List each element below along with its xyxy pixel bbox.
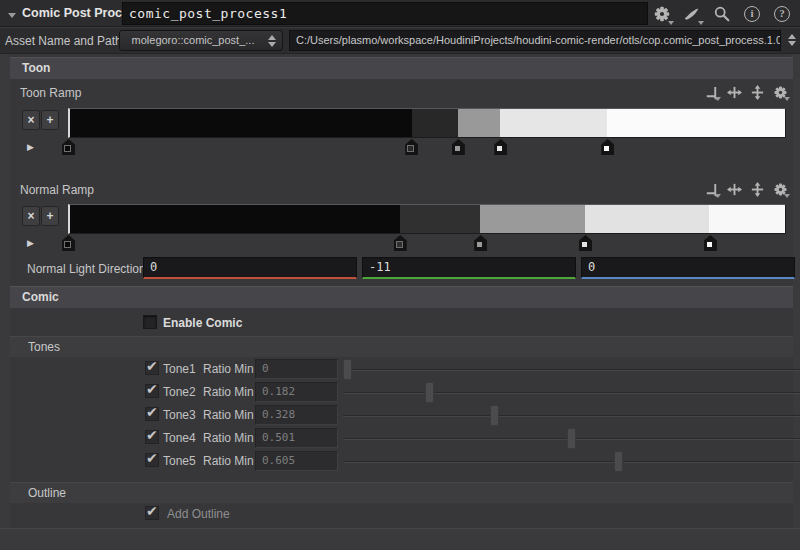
asset-name-dropdown[interactable]: molegoro::comic_post_... [119,30,283,51]
ramp-stop-color [396,241,403,248]
slider-handle[interactable] [614,451,623,472]
ramp-scale-icon[interactable] [749,84,765,100]
asset-path-field[interactable]: C:/Users/plasmo/workspace/HoudiniProject… [289,30,781,51]
tone5-ratio-min-slider[interactable] [343,450,800,473]
ramp-stop-marker[interactable] [452,139,465,155]
gear-icon[interactable] [652,4,672,24]
ramp-stop-marker[interactable] [394,235,407,251]
dropdown-spinner-icon[interactable] [268,34,277,48]
brush-icon[interactable] [682,4,702,24]
pane-collapse-arrow-icon[interactable] [8,13,16,18]
section-header-comic[interactable]: Comic [10,286,793,308]
tone-row: ✔Tone3Ratio Min0.328 [10,404,793,427]
ramp-stop-color [496,145,503,152]
ramp-stop-marker[interactable] [474,235,487,251]
asset-name-path-label: Asset Name and Path [5,34,122,48]
tone5-enable-checkbox[interactable]: ✔ [145,453,159,467]
ramp-move-icon[interactable] [726,181,742,197]
normal-ramp-label: Normal Ramp [20,183,94,197]
slider-handle[interactable] [490,405,499,426]
magnifier-icon[interactable] [712,4,732,24]
tone-name-label: Tone5 [163,454,196,468]
brush-menu-caret-icon [698,21,704,25]
ramp-move-icon[interactable] [726,84,742,100]
menu-caret-icon [784,97,790,101]
toon-ramp-toolbar [703,84,788,100]
section-header-toon[interactable]: Toon [10,57,793,79]
node-name-input[interactable] [122,2,648,25]
normal-light-direction-x-field[interactable]: 0 [143,257,357,279]
normal-ramp-clear-button[interactable]: × [22,206,40,226]
path-spinner-icon[interactable] [788,33,797,47]
slider-handle[interactable] [425,382,434,403]
tone2-ratio-min-slider[interactable] [343,381,800,404]
ramp-stop-marker[interactable] [405,139,418,155]
tone3-ratio-min-slider[interactable] [343,404,800,427]
slider-track [343,392,800,394]
slider-track [343,415,800,417]
toon-ramp-clear-button[interactable]: × [22,110,40,130]
ramp-scale-icon[interactable] [749,181,765,197]
ratio-min-label: Ratio Min [203,431,254,445]
ratio-min-label: Ratio Min [203,385,254,399]
subsection-header-outline[interactable]: Outline [10,482,793,503]
enable-comic-checkbox[interactable] [143,315,157,329]
help-icon[interactable]: ? [772,4,792,24]
tone5-ratio-min-field[interactable]: 0.605 [255,451,338,471]
tone2-ratio-min-field[interactable]: 0.182 [255,382,338,402]
toon-ramp-add-button[interactable]: + [41,110,59,130]
ratio-min-label: Ratio Min [203,408,254,422]
menu-caret-icon [715,194,721,198]
tone-name-label: Tone2 [163,385,196,399]
normal-ramp-gradient[interactable] [68,204,786,234]
ramp-revert-icon[interactable] [703,181,719,197]
tone-name-label: Tone4 [163,431,196,445]
tone2-enable-checkbox[interactable]: ✔ [145,384,159,398]
ramp-stop-marker[interactable] [704,235,717,251]
tone4-ratio-min-field[interactable]: 0.501 [255,428,338,448]
tone4-enable-checkbox[interactable]: ✔ [145,430,159,444]
tone1-ratio-min-field[interactable]: 0 [255,359,338,379]
normal-light-direction-label: Normal Light Direction [27,262,146,276]
ramp-stop-marker[interactable] [579,235,592,251]
tone3-ratio-min-field[interactable]: 0.328 [255,405,338,425]
normal-ramp-stops [68,235,786,252]
add-outline-checkbox[interactable]: ✔ [145,506,159,520]
gear-menu-caret-icon [668,21,674,25]
tone-row: ✔Tone2Ratio Min0.182 [10,381,793,404]
slider-handle[interactable] [567,428,576,449]
slider-handle[interactable] [343,359,352,380]
info-icon[interactable]: i [742,4,762,24]
tone1-ratio-min-slider[interactable] [343,358,800,381]
ratio-min-label: Ratio Min [203,454,254,468]
menu-caret-icon [784,194,790,198]
ramp-stop-color [64,145,71,152]
tone-row: ✔Tone1Ratio Min0 [10,358,793,381]
normal-ramp-add-button[interactable]: + [41,206,59,226]
toon-ramp-expander-icon[interactable]: ▶ [27,142,34,152]
normal-light-direction-z-field[interactable]: 0 [581,257,795,279]
tone3-enable-checkbox[interactable]: ✔ [145,407,159,421]
ramp-stop-color [476,241,483,248]
ramp-stop-color [706,241,713,248]
parameter-pane: Comic Post Process [0,0,800,550]
menu-caret-icon [715,97,721,101]
subsection-header-tones[interactable]: Tones [10,336,793,357]
tone-name-label: Tone1 [163,362,196,376]
toon-ramp-gradient[interactable] [68,108,786,138]
ramp-menu-gear-icon[interactable] [772,181,788,197]
ramp-stop-color [581,241,588,248]
slider-track [343,461,800,463]
enable-comic-label: Enable Comic [163,316,242,330]
ratio-min-label: Ratio Min [203,362,254,376]
content-bottom-divider [0,528,800,529]
ramp-menu-gear-icon[interactable] [772,84,788,100]
ramp-stop-color [454,145,461,152]
normal-light-direction-y-field[interactable]: -11 [362,257,576,279]
ramp-stop-marker[interactable] [494,139,507,155]
tone1-enable-checkbox[interactable]: ✔ [145,361,159,375]
ramp-stop-marker[interactable] [601,139,614,155]
normal-ramp-expander-icon[interactable]: ▶ [27,238,34,248]
tone4-ratio-min-slider[interactable] [343,427,800,450]
ramp-revert-icon[interactable] [703,84,719,100]
